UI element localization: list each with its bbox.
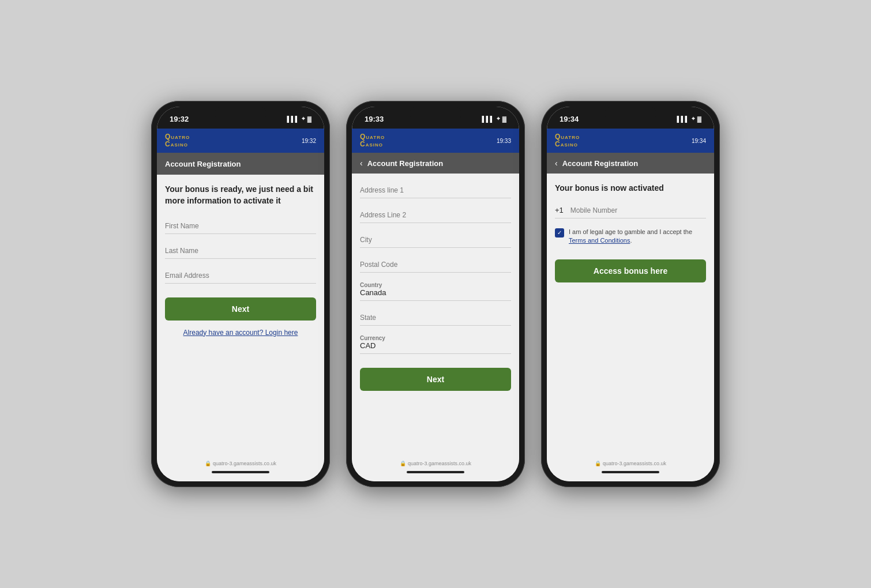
logo-casino-1: Casino <box>165 141 190 148</box>
content-3: Your bonus is now activated +1 ✓ I am of… <box>547 174 714 456</box>
dynamic-island-2 <box>410 107 461 120</box>
wifi-icon-2: ⌖ <box>497 115 500 122</box>
phone-1-screen: 19:32 ▌▌▌ ⌖ ▓ Quatro Casino 19:32 Accoun… <box>157 107 324 481</box>
phone-1: 19:32 ▌▌▌ ⌖ ▓ Quatro Casino 19:32 Accoun… <box>151 101 330 487</box>
first-name-field <box>165 218 316 234</box>
battery-icon-2: ▓ <box>502 116 506 122</box>
country-field: Country Canada <box>360 282 511 301</box>
terms-link[interactable]: Terms and Conditions <box>569 237 630 244</box>
dynamic-island-1 <box>215 107 266 120</box>
currency-field: Currency CAD <box>360 335 511 354</box>
check-mark: ✓ <box>557 229 562 236</box>
logo-casino-3: Casino <box>555 141 580 148</box>
url-bar-1: 🔒 quatro-3.gameassists.co.uk <box>205 461 276 466</box>
status-time-2: 19:33 <box>365 115 384 123</box>
logo-casino-2: Casino <box>360 141 385 148</box>
bottom-bar-2: 🔒 quatro-3.gameassists.co.uk <box>352 456 519 481</box>
app-header-2: Quatro Casino 19:33 <box>352 129 519 153</box>
casino-logo-2: Quatro Casino <box>360 133 385 148</box>
lock-icon-1: 🔒 <box>205 461 211 466</box>
battery-icon-1: ▓ <box>307 116 311 122</box>
app-header-1: Quatro Casino 19:32 <box>157 129 324 153</box>
page-title-2: Account Registration <box>367 159 443 168</box>
access-bonus-button[interactable]: Access bonus here <box>555 259 706 282</box>
terms-text-after: . <box>630 237 632 244</box>
next-button-2[interactable]: Next <box>360 368 511 391</box>
login-link[interactable]: Already have an account? Login here <box>165 329 316 337</box>
status-icons-2: ▌▌▌ ⌖ ▓ <box>482 115 506 122</box>
terms-checkbox[interactable]: ✓ <box>555 228 564 238</box>
lock-icon-2: 🔒 <box>400 461 406 466</box>
country-label: Country <box>360 282 511 288</box>
country-value: Canada <box>360 288 511 297</box>
header-time-2: 19:33 <box>497 138 511 144</box>
url-bar-3: 🔒 quatro-3.gameassists.co.uk <box>595 461 666 466</box>
url-bar-2: 🔒 quatro-3.gameassists.co.uk <box>400 461 471 466</box>
status-time-1: 19:32 <box>170 115 189 123</box>
header-time-1: 19:32 <box>302 138 316 144</box>
battery-icon-3: ▓ <box>697 116 701 122</box>
bottom-bar-1: 🔒 quatro-3.gameassists.co.uk <box>157 456 324 481</box>
address1-field <box>360 183 511 198</box>
wifi-icon-3: ⌖ <box>692 115 695 122</box>
postal-input[interactable] <box>360 257 511 273</box>
content-2: Country Canada Currency CAD Next <box>352 174 519 456</box>
signal-icon-1: ▌▌▌ <box>287 116 299 122</box>
back-arrow-2[interactable]: ‹ <box>360 159 363 168</box>
city-field <box>360 232 511 248</box>
state-input[interactable] <box>360 310 511 326</box>
last-name-field <box>165 243 316 259</box>
postal-field <box>360 257 511 273</box>
header-time-3: 19:34 <box>692 138 706 144</box>
page-header-1: Account Registration <box>157 153 324 175</box>
bottom-bar-3: 🔒 quatro-3.gameassists.co.uk <box>547 456 714 481</box>
status-time-3: 19:34 <box>560 115 579 123</box>
next-button-1[interactable]: Next <box>165 297 316 321</box>
first-name-input[interactable] <box>165 218 316 234</box>
address2-field <box>360 208 511 223</box>
state-field <box>360 310 511 326</box>
wifi-icon-1: ⌖ <box>302 115 305 122</box>
back-arrow-3[interactable]: ‹ <box>555 159 558 168</box>
page-header-3: ‹ Account Registration <box>547 153 714 174</box>
currency-label: Currency <box>360 335 511 341</box>
url-text-2: quatro-3.gameassists.co.uk <box>408 461 471 466</box>
content-1: Your bonus is ready, we just need a bit … <box>157 175 324 456</box>
currency-value: CAD <box>360 341 511 350</box>
status-icons-3: ▌▌▌ ⌖ ▓ <box>677 115 701 122</box>
terms-text-before: I am of legal age to gamble and I accept… <box>569 228 692 235</box>
dynamic-island-3 <box>605 107 656 120</box>
phone-3-screen: 19:34 ▌▌▌ ⌖ ▓ Quatro Casino 19:34 ‹ Acco… <box>547 107 714 481</box>
casino-logo-1: Quatro Casino <box>165 133 190 148</box>
address2-input[interactable] <box>360 208 511 223</box>
home-indicator-1 <box>212 471 269 473</box>
email-input[interactable] <box>165 268 316 284</box>
app-header-3: Quatro Casino 19:34 <box>547 129 714 153</box>
terms-row: ✓ I am of legal age to gamble and I acce… <box>555 228 706 246</box>
city-input[interactable] <box>360 232 511 248</box>
mobile-input[interactable] <box>570 206 706 214</box>
bonus-text-1: Your bonus is ready, we just need a bit … <box>165 184 316 206</box>
home-indicator-2 <box>407 471 464 473</box>
page-header-2: ‹ Account Registration <box>352 153 519 174</box>
url-text-1: quatro-3.gameassists.co.uk <box>213 461 276 466</box>
terms-text: I am of legal age to gamble and I accept… <box>569 228 706 246</box>
lock-icon-3: 🔒 <box>595 461 601 466</box>
page-title-3: Account Registration <box>562 159 638 168</box>
phone-2: 19:33 ▌▌▌ ⌖ ▓ Quatro Casino 19:33 ‹ Acco… <box>346 101 525 487</box>
last-name-input[interactable] <box>165 243 316 259</box>
address1-input[interactable] <box>360 183 511 198</box>
email-field <box>165 268 316 284</box>
bonus-activated-text: Your bonus is now activated <box>555 183 706 194</box>
signal-icon-3: ▌▌▌ <box>677 116 689 122</box>
country-code: +1 <box>555 206 564 214</box>
mobile-row: +1 <box>555 206 706 218</box>
url-text-3: quatro-3.gameassists.co.uk <box>603 461 666 466</box>
home-indicator-3 <box>602 471 659 473</box>
casino-logo-3: Quatro Casino <box>555 133 580 148</box>
signal-icon-2: ▌▌▌ <box>482 116 494 122</box>
phone-3: 19:34 ▌▌▌ ⌖ ▓ Quatro Casino 19:34 ‹ Acco… <box>541 101 720 487</box>
page-title-1: Account Registration <box>165 160 241 168</box>
status-icons-1: ▌▌▌ ⌖ ▓ <box>287 115 311 122</box>
phone-2-screen: 19:33 ▌▌▌ ⌖ ▓ Quatro Casino 19:33 ‹ Acco… <box>352 107 519 481</box>
